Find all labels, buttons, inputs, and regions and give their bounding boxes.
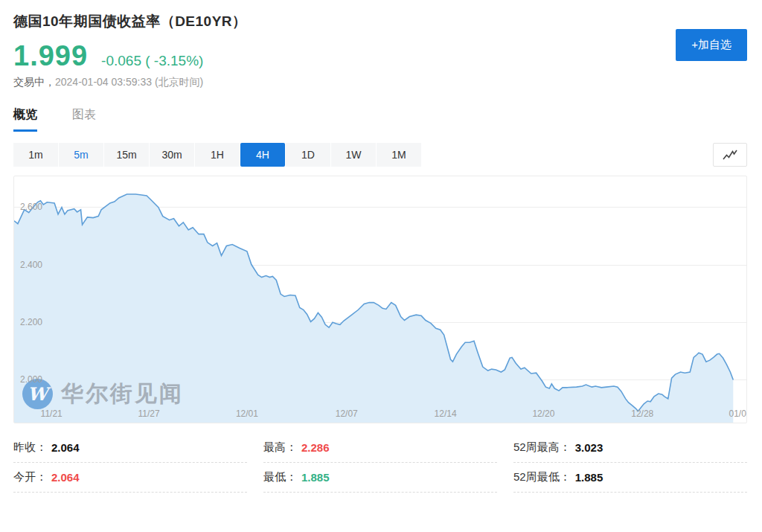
stat-value: 3.023	[575, 441, 603, 454]
x-axis-label: 12/20	[532, 408, 554, 419]
period-4H[interactable]: 4H	[240, 143, 285, 167]
watermark-text: 华尔街见闻	[61, 379, 184, 409]
period-1W[interactable]: 1W	[331, 143, 376, 167]
x-axis-label: 12/07	[336, 408, 358, 419]
quote-timestamp: 2024-01-04 03:59:33 (北京时间)	[55, 76, 203, 88]
x-axis-label: 12/28	[631, 408, 653, 419]
period-1M[interactable]: 1M	[377, 143, 421, 167]
x-axis-label: 12/14	[435, 408, 457, 419]
stat-label: 最高：	[263, 440, 297, 455]
stat-label: 52周最低：	[513, 470, 571, 484]
stat-label: 52周最高：	[513, 440, 571, 455]
quote-header: 德国10年期国债收益率（DE10YR） 1.999 -0.065 ( -3.15…	[13, 0, 747, 89]
period-selector: 1m5m15m30m1H4H1D1W1M	[13, 143, 421, 167]
period-1m[interactable]: 1m	[13, 143, 58, 167]
chart-toolbar: 1m5m15m30m1H4H1D1W1M	[13, 143, 747, 167]
stat-label: 最低：	[263, 470, 297, 484]
add-watchlist-button[interactable]: +加自选	[676, 29, 747, 61]
y-axis-label: 2.000	[20, 374, 42, 385]
y-axis-label: 2.600	[20, 202, 42, 212]
x-axis-label: 12/01	[236, 408, 258, 419]
period-15m[interactable]: 15m	[104, 143, 149, 167]
instrument-title: 德国10年期国债收益率（DE10YR）	[13, 12, 747, 31]
period-30m[interactable]: 30m	[150, 143, 194, 167]
trading-status-label: 交易中，	[13, 76, 55, 88]
stat-row: 昨收：2.064	[13, 433, 247, 463]
stats-column: 昨收：2.064今开：2.064	[13, 433, 247, 493]
stat-value: 1.885	[575, 471, 603, 484]
price-chart[interactable]: W 华尔街见闻 2.6002.4002.2002.00011/2111/2712…	[13, 176, 747, 423]
stat-value: 2.286	[301, 441, 330, 454]
view-tabs: 概览图表	[13, 107, 747, 132]
price-row: 1.999 -0.065 ( -3.15%)	[13, 40, 747, 72]
stat-label: 昨收：	[13, 440, 47, 455]
stats-column: 52周最高：3.02352周最低：1.885	[513, 433, 747, 493]
quote-page: 德国10年期国债收益率（DE10YR） 1.999 -0.065 ( -3.15…	[13, 0, 747, 493]
stat-value: 1.885	[301, 471, 330, 484]
trading-status: 交易中，2024-01-04 03:59:33 (北京时间)	[13, 76, 747, 89]
x-axis-label: 11/21	[41, 408, 63, 419]
line-chart-icon	[723, 149, 737, 161]
last-price: 1.999	[13, 40, 88, 72]
x-axis-label: 01/0	[729, 408, 746, 419]
stat-label: 今开：	[13, 470, 47, 484]
y-axis-label: 2.200	[20, 317, 42, 327]
stats-column: 最高：2.286最低：1.885	[263, 433, 497, 493]
stat-row: 最低：1.885	[263, 463, 497, 493]
stat-value: 2.064	[51, 471, 80, 484]
quote-stats: 昨收：2.064今开：2.064最高：2.286最低：1.88552周最高：3.…	[13, 433, 747, 493]
price-change: -0.065 ( -3.15%)	[101, 53, 203, 69]
period-5m[interactable]: 5m	[59, 143, 103, 167]
stat-row: 52周最高：3.023	[513, 433, 747, 463]
stat-row: 最高：2.286	[263, 433, 497, 463]
tab-chart[interactable]: 图表	[72, 107, 96, 132]
tab-overview[interactable]: 概览	[13, 107, 37, 132]
period-1D[interactable]: 1D	[286, 143, 330, 167]
stat-row: 52周最低：1.885	[513, 463, 747, 493]
watermark: W 华尔街见闻	[22, 379, 184, 409]
chart-type-button[interactable]	[713, 143, 747, 167]
stat-value: 2.064	[51, 441, 80, 454]
period-1H[interactable]: 1H	[195, 143, 240, 167]
stat-row: 今开：2.064	[13, 463, 247, 493]
y-axis-label: 2.400	[20, 260, 42, 270]
x-axis-label: 11/27	[138, 408, 159, 419]
